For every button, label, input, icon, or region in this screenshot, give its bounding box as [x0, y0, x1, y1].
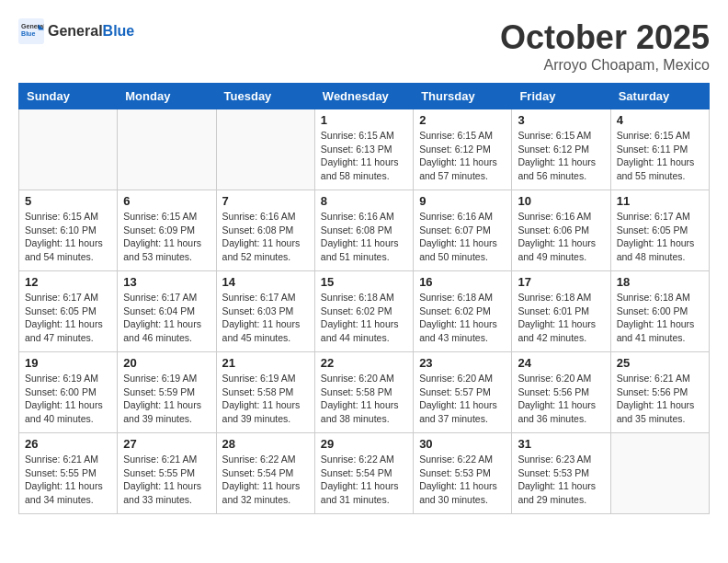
- calendar-cell: 1Sunrise: 6:15 AM Sunset: 6:13 PM Daylig…: [314, 109, 413, 190]
- day-info: Sunrise: 6:20 AM Sunset: 5:57 PM Dayligh…: [419, 372, 506, 426]
- calendar-cell: 16Sunrise: 6:18 AM Sunset: 6:02 PM Dayli…: [414, 271, 512, 352]
- calendar-cell: 28Sunrise: 6:22 AM Sunset: 5:54 PM Dayli…: [216, 433, 314, 514]
- day-info: Sunrise: 6:18 AM Sunset: 6:00 PM Dayligh…: [617, 291, 703, 345]
- day-number: 5: [25, 194, 111, 208]
- calendar-cell: 10Sunrise: 6:16 AM Sunset: 6:06 PM Dayli…: [512, 190, 610, 271]
- day-number: 21: [222, 356, 309, 370]
- calendar-cell: 21Sunrise: 6:19 AM Sunset: 5:58 PM Dayli…: [216, 352, 314, 433]
- day-info: Sunrise: 6:15 AM Sunset: 6:11 PM Dayligh…: [617, 129, 703, 183]
- svg-text:Blue: Blue: [21, 30, 35, 37]
- header-thursday: Thursday: [414, 84, 512, 109]
- header: General Blue GeneralBlue October 2025 Ar…: [18, 18, 710, 74]
- day-info: Sunrise: 6:22 AM Sunset: 5:53 PM Dayligh…: [419, 453, 506, 507]
- day-number: 28: [222, 437, 309, 451]
- calendar-cell: 8Sunrise: 6:16 AM Sunset: 6:08 PM Daylig…: [314, 190, 413, 271]
- calendar-week-row: 12Sunrise: 6:17 AM Sunset: 6:05 PM Dayli…: [19, 271, 710, 352]
- day-number: 3: [518, 113, 604, 127]
- calendar-cell: 30Sunrise: 6:22 AM Sunset: 5:53 PM Dayli…: [414, 433, 512, 514]
- calendar-cell: 23Sunrise: 6:20 AM Sunset: 5:57 PM Dayli…: [414, 352, 512, 433]
- day-number: 12: [25, 275, 111, 289]
- calendar-cell: 31Sunrise: 6:23 AM Sunset: 5:53 PM Dayli…: [512, 433, 610, 514]
- day-info: Sunrise: 6:15 AM Sunset: 6:09 PM Dayligh…: [123, 210, 210, 264]
- day-number: 20: [123, 356, 210, 370]
- day-number: 30: [419, 437, 506, 451]
- day-number: 29: [321, 437, 407, 451]
- calendar-cell: 11Sunrise: 6:17 AM Sunset: 6:05 PM Dayli…: [610, 190, 709, 271]
- day-number: 10: [518, 194, 604, 208]
- day-info: Sunrise: 6:21 AM Sunset: 5:56 PM Dayligh…: [617, 372, 703, 426]
- day-number: 25: [617, 356, 703, 370]
- day-number: 26: [25, 437, 111, 451]
- header-sunday: Sunday: [19, 84, 118, 109]
- calendar-cell: 27Sunrise: 6:21 AM Sunset: 5:55 PM Dayli…: [118, 433, 216, 514]
- title-area: October 2025 Arroyo Choapam, Mexico: [500, 18, 710, 74]
- day-number: 31: [518, 437, 604, 451]
- day-info: Sunrise: 6:17 AM Sunset: 6:05 PM Dayligh…: [25, 291, 111, 345]
- day-info: Sunrise: 6:17 AM Sunset: 6:04 PM Dayligh…: [123, 291, 210, 345]
- calendar-cell: [610, 433, 709, 514]
- day-number: 16: [419, 275, 506, 289]
- day-info: Sunrise: 6:17 AM Sunset: 6:05 PM Dayligh…: [617, 210, 703, 264]
- calendar-cell: 22Sunrise: 6:20 AM Sunset: 5:58 PM Dayli…: [314, 352, 413, 433]
- day-info: Sunrise: 6:15 AM Sunset: 6:10 PM Dayligh…: [25, 210, 111, 264]
- calendar-cell: 12Sunrise: 6:17 AM Sunset: 6:05 PM Dayli…: [19, 271, 118, 352]
- day-info: Sunrise: 6:19 AM Sunset: 5:58 PM Dayligh…: [222, 372, 309, 426]
- day-number: 6: [123, 194, 210, 208]
- day-info: Sunrise: 6:20 AM Sunset: 5:56 PM Dayligh…: [518, 372, 604, 426]
- calendar-table: Sunday Monday Tuesday Wednesday Thursday…: [18, 83, 710, 514]
- calendar-cell: 17Sunrise: 6:18 AM Sunset: 6:01 PM Dayli…: [512, 271, 610, 352]
- day-info: Sunrise: 6:22 AM Sunset: 5:54 PM Dayligh…: [222, 453, 309, 507]
- calendar-cell: 6Sunrise: 6:15 AM Sunset: 6:09 PM Daylig…: [118, 190, 216, 271]
- day-number: 15: [321, 275, 407, 289]
- calendar-cell: 25Sunrise: 6:21 AM Sunset: 5:56 PM Dayli…: [610, 352, 709, 433]
- calendar-cell: 7Sunrise: 6:16 AM Sunset: 6:08 PM Daylig…: [216, 190, 314, 271]
- calendar-cell: 19Sunrise: 6:19 AM Sunset: 6:00 PM Dayli…: [19, 352, 118, 433]
- day-info: Sunrise: 6:20 AM Sunset: 5:58 PM Dayligh…: [321, 372, 407, 426]
- calendar-cell: 18Sunrise: 6:18 AM Sunset: 6:00 PM Dayli…: [610, 271, 709, 352]
- day-number: 4: [617, 113, 703, 127]
- calendar-cell: 20Sunrise: 6:19 AM Sunset: 5:59 PM Dayli…: [118, 352, 216, 433]
- day-info: Sunrise: 6:16 AM Sunset: 6:08 PM Dayligh…: [321, 210, 407, 264]
- header-saturday: Saturday: [610, 84, 709, 109]
- calendar-cell: 2Sunrise: 6:15 AM Sunset: 6:12 PM Daylig…: [414, 109, 512, 190]
- day-info: Sunrise: 6:23 AM Sunset: 5:53 PM Dayligh…: [518, 453, 604, 507]
- day-number: 18: [617, 275, 703, 289]
- location-title: Arroyo Choapam, Mexico: [500, 57, 710, 74]
- header-tuesday: Tuesday: [216, 84, 314, 109]
- header-monday: Monday: [118, 84, 216, 109]
- day-number: 19: [25, 356, 111, 370]
- calendar-cell: 3Sunrise: 6:15 AM Sunset: 6:12 PM Daylig…: [512, 109, 610, 190]
- calendar-cell: [216, 109, 314, 190]
- header-friday: Friday: [512, 84, 610, 109]
- day-info: Sunrise: 6:19 AM Sunset: 6:00 PM Dayligh…: [25, 372, 111, 426]
- calendar-cell: 9Sunrise: 6:16 AM Sunset: 6:07 PM Daylig…: [414, 190, 512, 271]
- day-info: Sunrise: 6:16 AM Sunset: 6:06 PM Dayligh…: [518, 210, 604, 264]
- calendar-cell: 29Sunrise: 6:22 AM Sunset: 5:54 PM Dayli…: [314, 433, 413, 514]
- header-wednesday: Wednesday: [314, 84, 413, 109]
- calendar-cell: 5Sunrise: 6:15 AM Sunset: 6:10 PM Daylig…: [19, 190, 118, 271]
- day-number: 24: [518, 356, 604, 370]
- day-number: 2: [419, 113, 506, 127]
- logo-blue-text: Blue: [103, 23, 135, 39]
- day-info: Sunrise: 6:16 AM Sunset: 6:07 PM Dayligh…: [419, 210, 506, 264]
- calendar-cell: 26Sunrise: 6:21 AM Sunset: 5:55 PM Dayli…: [19, 433, 118, 514]
- generalblue-logo-icon: General Blue: [18, 18, 44, 44]
- day-number: 23: [419, 356, 506, 370]
- day-number: 9: [419, 194, 506, 208]
- month-title: October 2025: [500, 18, 710, 57]
- day-info: Sunrise: 6:18 AM Sunset: 6:02 PM Dayligh…: [419, 291, 506, 345]
- calendar-cell: 15Sunrise: 6:18 AM Sunset: 6:02 PM Dayli…: [314, 271, 413, 352]
- calendar-cell: 13Sunrise: 6:17 AM Sunset: 6:04 PM Dayli…: [118, 271, 216, 352]
- day-number: 1: [321, 113, 407, 127]
- calendar-week-row: 19Sunrise: 6:19 AM Sunset: 6:00 PM Dayli…: [19, 352, 710, 433]
- logo-general-text: General: [48, 23, 103, 39]
- day-number: 17: [518, 275, 604, 289]
- logo: General Blue GeneralBlue: [18, 18, 134, 44]
- day-number: 8: [321, 194, 407, 208]
- day-info: Sunrise: 6:15 AM Sunset: 6:13 PM Dayligh…: [321, 129, 407, 183]
- day-number: 13: [123, 275, 210, 289]
- day-info: Sunrise: 6:21 AM Sunset: 5:55 PM Dayligh…: [123, 453, 210, 507]
- day-info: Sunrise: 6:17 AM Sunset: 6:03 PM Dayligh…: [222, 291, 309, 345]
- day-info: Sunrise: 6:16 AM Sunset: 6:08 PM Dayligh…: [222, 210, 309, 264]
- day-number: 14: [222, 275, 309, 289]
